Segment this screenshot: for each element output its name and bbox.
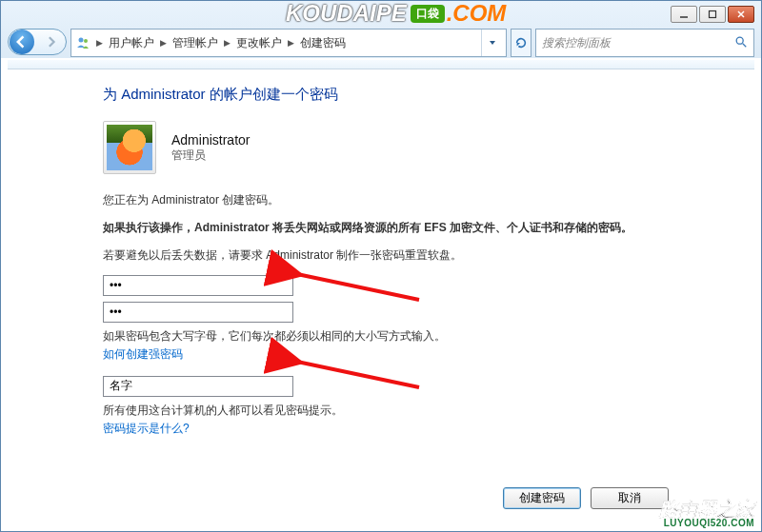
- user-summary: Administrator 管理员: [103, 121, 669, 174]
- refresh-button[interactable]: [511, 29, 531, 57]
- content-pane: 为 Administrator 的帐户创建一个密码 Administrator …: [8, 74, 754, 524]
- caps-hint-text: 如果密码包含大写字母，它们每次都必须以相同的大小写方式输入。: [103, 328, 669, 345]
- avatar: [103, 121, 156, 174]
- watermark-suffix: .COM: [447, 0, 507, 27]
- svg-rect-1: [710, 11, 716, 18]
- watermark-badge: 口袋: [411, 5, 445, 23]
- chevron-right-icon: ▶: [160, 38, 167, 48]
- user-name-label: Administrator: [171, 132, 250, 148]
- breadcrumb-item[interactable]: 管理帐户: [172, 35, 218, 51]
- breadcrumb-item[interactable]: 用户帐户: [109, 35, 154, 51]
- svg-point-4: [79, 38, 84, 43]
- user-accounts-icon: [75, 35, 90, 50]
- breadcrumb-item[interactable]: 创建密码: [300, 35, 346, 51]
- chevron-right-icon: ▶: [224, 38, 231, 48]
- window-controls: [671, 6, 754, 23]
- cancel-button[interactable]: 取消: [591, 487, 669, 509]
- user-role-label: 管理员: [171, 148, 250, 164]
- navigation-bar: ▶ 用户帐户 ▶ 管理帐户 ▶ 更改帐户 ▶ 创建密码: [8, 29, 754, 57]
- new-password-input[interactable]: [103, 275, 293, 296]
- watermark-koudaipe: KOUDAIPE 口袋 .COM: [286, 0, 506, 27]
- minimize-button[interactable]: [671, 6, 697, 23]
- chevron-right-icon: ▶: [288, 38, 294, 48]
- svg-point-6: [736, 37, 743, 44]
- search-icon: [734, 35, 748, 51]
- dialog-buttons: 创建密码 取消: [503, 487, 669, 509]
- svg-point-5: [84, 39, 88, 43]
- create-password-button[interactable]: 创建密码: [503, 487, 581, 509]
- hint-what-link[interactable]: 密码提示是什么?: [103, 421, 190, 437]
- hint-visibility-text: 所有使用这台计算机的人都可以看见密码提示。: [103, 403, 669, 419]
- watermark-router-en: LUYOUQI520.COM: [659, 519, 754, 528]
- back-button[interactable]: [10, 30, 34, 54]
- page-title: 为 Administrator 的帐户创建一个密码: [103, 86, 669, 104]
- maximize-button[interactable]: [699, 6, 726, 23]
- intro-text: 您正在为 Administrator 创建密码。: [103, 191, 669, 209]
- nav-back-forward: [8, 29, 67, 55]
- forward-button[interactable]: [35, 30, 66, 54]
- address-dropdown[interactable]: [481, 30, 502, 56]
- chevron-right-icon: ▶: [96, 38, 103, 48]
- confirm-password-input[interactable]: [103, 302, 293, 323]
- watermark-router-cn: 路由器之家: [659, 500, 754, 519]
- watermark-text: KOUDAIPE: [286, 0, 407, 27]
- breadcrumb-item[interactable]: 更改帐户: [236, 35, 282, 51]
- close-button[interactable]: [728, 6, 754, 23]
- password-hint-input[interactable]: [103, 376, 293, 397]
- toolbar-strip: [8, 60, 754, 69]
- advice-text: 若要避免以后丢失数据，请要求 Administrator 制作一张密码重置软盘。: [103, 246, 669, 265]
- strong-password-link[interactable]: 如何创建强密码: [103, 346, 183, 363]
- breadcrumb-bar[interactable]: ▶ 用户帐户 ▶ 管理帐户 ▶ 更改帐户 ▶ 创建密码: [70, 29, 507, 57]
- search-input[interactable]: [542, 36, 734, 49]
- svg-line-7: [743, 43, 747, 47]
- search-box[interactable]: [535, 29, 754, 57]
- warning-text: 如果执行该操作，Administrator 将丢失网站或网络资源的所有 EFS …: [103, 219, 669, 237]
- watermark-router: 路由器之家 LUYOUQI520.COM: [659, 500, 754, 528]
